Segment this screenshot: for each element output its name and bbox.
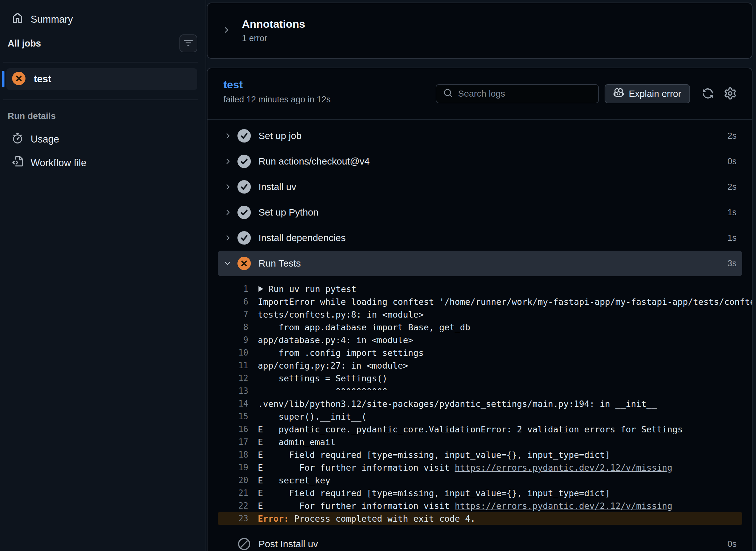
explain-error-button[interactable]: Explain error <box>605 84 690 103</box>
log-line: 21 E Field required [type=missing, input… <box>218 487 742 499</box>
log-line-number[interactable]: 7 <box>218 310 248 319</box>
log-line-text: E Field required [type=missing, input_va… <box>258 450 610 460</box>
annotations-title: Annotations <box>242 18 305 30</box>
sidebar-divider <box>3 62 198 62</box>
log-line-text: E secret_key <box>258 475 331 485</box>
log-line-number[interactable]: 22 <box>218 501 248 511</box>
log-output: 1 Run uv run pytest 6 ImportError while … <box>218 283 742 525</box>
step-post-install-uv[interactable]: Post Install uv 0s <box>218 531 742 551</box>
sidebar-item-workflow-file[interactable]: Workflow file <box>12 156 206 170</box>
success-icon <box>237 206 251 219</box>
sidebar-job-test[interactable]: test <box>6 68 197 90</box>
log-line-number[interactable]: 11 <box>218 361 248 370</box>
step-name: Set up job <box>258 130 302 141</box>
job-title-link[interactable]: test <box>223 78 331 91</box>
step-run-actions-checkout-v4[interactable]: Run actions/checkout@v4 0s <box>218 149 742 174</box>
step-run-tests[interactable]: Run Tests 3s <box>218 250 742 276</box>
search-input[interactable] <box>458 89 598 99</box>
step-duration: 1s <box>727 233 737 243</box>
file-code-icon <box>12 156 23 170</box>
step-name: Run Tests <box>258 258 301 269</box>
log-line: 13 ^^^^^^^^^^ <box>218 385 742 397</box>
gear-icon <box>724 87 736 100</box>
explain-error-label: Explain error <box>629 89 681 99</box>
refresh-icon <box>702 88 714 100</box>
log-line-number[interactable]: 15 <box>218 412 248 421</box>
log-line: 8 from app.database import Base, get_db <box>218 321 742 334</box>
log-line-number[interactable]: 14 <box>218 399 248 409</box>
log-line: 23 Error: Process completed with exit co… <box>218 512 742 525</box>
log-line-text: settings = Settings() <box>258 373 387 383</box>
chevron-right-icon <box>223 183 232 191</box>
log-line: 10 from .config import settings <box>218 346 742 359</box>
filter-jobs-button[interactable] <box>179 34 197 52</box>
log-line: 22 E For further information visit https… <box>218 499 742 512</box>
log-link[interactable]: https://errors.pydantic.dev/2.12/v/missi… <box>455 501 672 511</box>
success-icon <box>237 155 251 168</box>
log-line-number[interactable]: 9 <box>218 335 248 345</box>
step-name: Install dependencies <box>258 232 346 243</box>
main-content: Annotations 1 error test failed 12 minut… <box>207 0 756 551</box>
stopwatch-icon <box>12 133 23 146</box>
success-icon <box>237 129 251 142</box>
log-line-number[interactable]: 8 <box>218 323 248 332</box>
chevron-right-icon <box>223 208 232 216</box>
log-line-text: from app.database import Base, get_db <box>258 323 470 332</box>
step-set-up-job[interactable]: Set up job 2s <box>218 123 742 149</box>
log-line-text: ImportError while loading conftest '/hom… <box>258 297 752 307</box>
log-line-number[interactable]: 23 <box>218 514 248 523</box>
log-line-number[interactable]: 18 <box>218 450 248 460</box>
log-line: 17 E admin_email <box>218 436 742 448</box>
sidebar-job-name: test <box>34 73 51 85</box>
log-line-number[interactable]: 19 <box>218 463 248 472</box>
step-set-up-python[interactable]: Set up Python 1s <box>218 199 742 225</box>
success-icon <box>237 231 251 244</box>
log-line-number[interactable]: 13 <box>218 386 248 396</box>
annotations-header: Annotations 1 error <box>242 18 305 43</box>
chevron-down-icon <box>223 259 232 267</box>
header-divider <box>207 119 752 120</box>
success-icon <box>237 180 251 193</box>
step-duration: 0s <box>727 156 737 166</box>
refresh-logs-button[interactable] <box>699 85 717 103</box>
log-line-text: Run uv run pytest <box>258 284 356 294</box>
sidebar-item-usage[interactable]: Usage <box>12 133 206 146</box>
step-name: Set up Python <box>258 207 318 218</box>
log-line-text: tests/conftest.py:8: in <module> <box>258 310 424 320</box>
log-line-number[interactable]: 6 <box>218 297 248 307</box>
log-settings-button[interactable] <box>721 85 739 103</box>
log-line-text: from .config import settings <box>258 348 424 358</box>
step-install-uv[interactable]: Install uv 2s <box>218 174 742 199</box>
log-line-number[interactable]: 10 <box>218 348 248 358</box>
search-logs-box[interactable] <box>436 84 599 103</box>
log-toolbar: Explain error <box>436 84 744 103</box>
log-line-text: app/database.py:4: in <module> <box>258 335 413 345</box>
log-line-text: super().__init__( <box>258 412 367 422</box>
log-line-number[interactable]: 1 <box>218 284 248 294</box>
log-line-number[interactable]: 12 <box>218 373 248 383</box>
log-line-number[interactable]: 16 <box>218 424 248 434</box>
step-name: Run actions/checkout@v4 <box>258 156 370 167</box>
log-line-number[interactable]: 21 <box>218 488 248 498</box>
log-line-text: E Field required [type=missing, input_va… <box>258 488 610 498</box>
log-line-text: .venv/lib/python3.12/site-packages/pydan… <box>258 399 657 409</box>
log-link[interactable]: https://errors.pydantic.dev/2.12/v/missi… <box>455 463 672 473</box>
sidebar-item-summary[interactable]: Summary <box>12 13 206 26</box>
log-line-text: E admin_email <box>258 437 336 447</box>
step-duration: 2s <box>727 131 737 141</box>
chevron-right-icon <box>222 25 230 36</box>
step-install-dependencies[interactable]: Install dependencies 1s <box>218 225 742 250</box>
disclosure-triangle-icon[interactable] <box>258 286 263 292</box>
annotations-panel[interactable]: Annotations 1 error <box>207 3 752 59</box>
run-details-label: Run details <box>8 111 206 121</box>
steps-list-after: Post Install uv 0s <box>218 531 742 551</box>
log-line: 14 .venv/lib/python3.12/site-packages/py… <box>218 397 742 410</box>
job-header: test failed 12 minutes ago in 12s <box>223 78 331 105</box>
log-line-number[interactable]: 20 <box>218 475 248 485</box>
job-status-line: failed 12 minutes ago in 12s <box>223 95 331 105</box>
log-line-text: E pydantic_core._pydantic_core.Validatio… <box>258 424 683 434</box>
step-duration: 0s <box>727 539 737 549</box>
log-line-number[interactable]: 17 <box>218 437 248 447</box>
search-icon <box>443 88 453 99</box>
annotations-error-count: 1 error <box>242 33 305 43</box>
